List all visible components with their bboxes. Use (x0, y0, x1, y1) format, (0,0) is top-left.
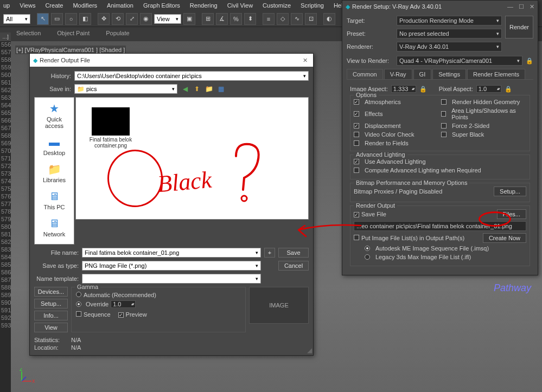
tab-selection[interactable]: Selection (16, 30, 41, 36)
option-checkbox[interactable] (354, 111, 359, 117)
option-checkbox[interactable] (354, 132, 359, 137)
plus-button[interactable]: + (264, 248, 275, 258)
option-checkbox[interactable] (354, 140, 359, 146)
new-folder-icon[interactable]: 📁 (205, 85, 213, 93)
info-button[interactable]: Info... (34, 311, 68, 320)
scale-icon[interactable]: ⤢ (126, 13, 138, 25)
resize-grip-icon[interactable]: ◢ (307, 346, 312, 354)
filter-dropdown[interactable]: All (3, 14, 30, 24)
smart-select-icon[interactable]: ◧ (79, 13, 91, 25)
aspect-lock-icon[interactable]: 🔒 (419, 86, 427, 93)
place-item[interactable]: ▬Desktop (43, 133, 65, 160)
option-checkbox[interactable] (354, 99, 359, 105)
render-button[interactable]: Render (505, 16, 533, 38)
viewrender-dropdown[interactable]: Quad 4 - VRayPhysicalCamera001 (397, 56, 522, 66)
mat-editor-icon[interactable]: ◐ (323, 13, 335, 25)
savein-dropdown[interactable]: 📁pics (74, 84, 177, 94)
dialog-titlebar[interactable]: ◆ Render Output File ✕ (30, 54, 313, 67)
spinner-snap-icon[interactable]: ⬍ (244, 13, 256, 25)
menu-animation[interactable]: Animation (107, 2, 133, 9)
tab-common[interactable]: Common (347, 69, 383, 79)
move-icon[interactable]: ✥ (98, 13, 110, 25)
menu-civilview[interactable]: Civil View (227, 2, 253, 9)
file-thumbnail[interactable]: Final fatima belok container.png (84, 107, 138, 149)
angle-snap-icon[interactable]: ∡ (216, 13, 228, 25)
views-icon[interactable]: ▦ (216, 85, 225, 93)
tab-objectpaint[interactable]: Object Paint (57, 30, 90, 36)
menu-grapheditors[interactable]: Graph Editors (143, 2, 180, 9)
back-icon[interactable]: ◀ (181, 85, 189, 93)
select-tool-icon[interactable]: ↖ (37, 13, 49, 25)
pivot-icon[interactable]: ▣ (183, 13, 195, 25)
tab-renderelements[interactable]: Render Elements (467, 69, 525, 79)
maximize-icon[interactable]: ☐ (519, 3, 524, 10)
close-icon[interactable]: ✕ (300, 55, 310, 65)
close-icon[interactable]: ✕ (530, 3, 534, 10)
pixel-lock-icon[interactable]: 🔒 (505, 86, 512, 93)
image-aspect-spinner[interactable]: 1.333 (391, 85, 416, 93)
compute-advlight-checkbox[interactable] (354, 168, 359, 173)
target-dropdown[interactable]: Production Rendering Mode (397, 16, 502, 25)
minimize-icon[interactable]: — (507, 3, 513, 10)
view-button[interactable]: View (34, 323, 68, 332)
renderer-dropdown[interactable]: V-Ray Adv 3.40.01 (397, 42, 502, 52)
curve-editor-icon[interactable]: ∿ (291, 13, 303, 25)
use-advlight-checkbox[interactable] (354, 159, 359, 164)
setup-button[interactable]: Setup... (34, 299, 68, 309)
menu-modifiers[interactable]: Modifiers (73, 2, 97, 9)
refcoord-dropdown[interactable]: View (154, 14, 181, 24)
tab-populate[interactable]: Populate (106, 30, 129, 36)
percent-snap-icon[interactable]: % (230, 13, 242, 25)
history-dropdown[interactable]: C:\Users\User\Desktop\video container pi… (74, 71, 309, 81)
placement-icon[interactable]: ◉ (140, 13, 152, 25)
bmp-setup-button[interactable]: Setup... (494, 187, 526, 196)
template-input[interactable] (82, 274, 261, 284)
place-item[interactable]: 🖥Network (43, 215, 65, 242)
ifl-radio[interactable] (365, 254, 370, 260)
tab-settings[interactable]: Settings (432, 69, 466, 79)
option-checkbox[interactable] (441, 123, 447, 128)
option-checkbox[interactable] (441, 99, 447, 105)
menu-up[interactable]: up (3, 2, 10, 9)
gamma-override-radio[interactable] (76, 301, 81, 307)
option-checkbox[interactable] (354, 123, 359, 128)
file-listing[interactable]: Final fatima belok container.png (75, 97, 309, 220)
tab-vray[interactable]: V-Ray (384, 69, 412, 79)
option-checkbox[interactable] (441, 111, 446, 117)
preset-dropdown[interactable]: No preset selected (397, 29, 502, 38)
save-file-checkbox[interactable] (354, 212, 359, 217)
imsq-radio[interactable] (365, 246, 370, 251)
gamma-auto-radio[interactable] (76, 292, 81, 297)
layer-icon[interactable]: ◇ (277, 13, 289, 25)
filename-input[interactable]: Final fatima belok container_01.png (82, 248, 261, 258)
menu-create[interactable]: Create (45, 2, 63, 9)
menu-views[interactable]: Views (20, 2, 35, 9)
box-select-icon[interactable]: ▭ (51, 13, 63, 25)
putlist-checkbox[interactable] (354, 235, 359, 240)
save-button[interactable]: Save (278, 248, 309, 258)
menu-rendering[interactable]: Rendering (190, 2, 218, 9)
place-item[interactable]: 🖥This PC (43, 188, 65, 215)
option-checkbox[interactable] (441, 132, 447, 137)
script-tab[interactable]: …] (0, 33, 11, 41)
menu-scripting[interactable]: Scripting (301, 2, 324, 9)
place-item[interactable]: 📁Libraries (43, 160, 66, 188)
files-button[interactable]: Files... (497, 209, 526, 219)
saveas-dropdown[interactable]: PNG Image File (*.png) (82, 261, 261, 271)
tab-gi[interactable]: GI (413, 69, 432, 79)
align-icon[interactable]: ≡ (263, 13, 275, 25)
render-titlebar[interactable]: ◆ Render Setup: V-Ray Adv 3.40.01 — ☐ ✕ (342, 1, 538, 12)
schematic-icon[interactable]: ⊡ (305, 13, 317, 25)
lock-icon[interactable]: 🔒 (526, 57, 533, 65)
gamma-spinner[interactable]: 1.0 (111, 300, 136, 308)
lasso-icon[interactable]: ○ (65, 13, 77, 25)
preview-checkbox[interactable] (118, 312, 124, 318)
snap-icon[interactable]: ⊞ (202, 13, 214, 25)
up-folder-icon[interactable]: ⬆ (193, 85, 201, 93)
menu-customize[interactable]: Customize (263, 2, 291, 9)
rotate-icon[interactable]: ⟲ (112, 13, 124, 25)
pixel-aspect-spinner[interactable]: 1.0 (476, 85, 501, 93)
createnow-button[interactable]: Create Now (483, 233, 526, 243)
output-path-field[interactable]: ...eo container pic\pics\Final fatima be… (354, 221, 526, 231)
devices-button[interactable]: Devices... (34, 287, 68, 297)
